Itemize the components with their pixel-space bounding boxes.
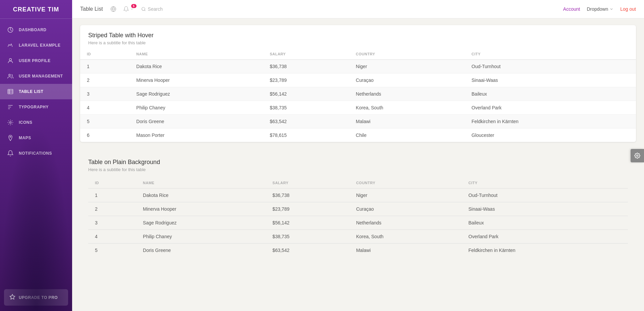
sidebar-item-notifications[interactable]: NOTIFICATIONS xyxy=(0,146,72,161)
cell-id: 4 xyxy=(80,101,129,115)
sidebar-item-label: USER MANAGEMENT xyxy=(19,74,63,79)
cell-id: 3 xyxy=(88,216,136,230)
table-row: 5 Doris Greene $63,542 Malawi Feldkirche… xyxy=(80,115,636,128)
cell-country: Netherlands xyxy=(350,216,462,230)
user-management-icon xyxy=(7,72,14,80)
sidebar-item-label: NOTIFICATIONS xyxy=(19,151,52,156)
svg-point-13 xyxy=(637,155,638,156)
svg-point-7 xyxy=(10,122,11,123)
col-name: NAME xyxy=(136,177,266,189)
settings-tab[interactable] xyxy=(631,149,644,162)
sidebar-item-label: TYPOGRAPHY xyxy=(19,105,49,109)
col-salary: SALARY xyxy=(266,177,349,189)
cell-id: 5 xyxy=(80,115,129,128)
svg-line-12 xyxy=(144,10,145,11)
cell-country: Curaçao xyxy=(349,73,465,87)
navbar: Table List 5 Account Dropdown Log out xyxy=(72,0,644,18)
cell-country: Curaçao xyxy=(350,202,462,216)
col-name: NAME xyxy=(129,49,263,60)
sidebar-item-label: LARAVEL EXAMPLE xyxy=(19,43,60,48)
table-row: 4 Philip Chaney $38,735 Korea, South Ove… xyxy=(88,230,628,244)
striped-table-card: Striped Table with Hover Here is a subti… xyxy=(80,25,636,142)
cell-name: Philip Chaney xyxy=(136,230,266,244)
sidebar-item-maps[interactable]: MAPS xyxy=(0,130,72,146)
col-id: ID xyxy=(88,177,136,189)
col-id: ID xyxy=(80,49,129,60)
cell-country: Netherlands xyxy=(349,87,465,101)
user-profile-icon xyxy=(7,57,14,64)
sidebar-item-icons[interactable]: ICONS xyxy=(0,115,72,130)
striped-table-header: Striped Table with Hover Here is a subti… xyxy=(80,25,636,49)
upgrade-icon xyxy=(9,294,15,301)
table-row: 1 Dakota Rice $36,738 Niger Oud-Turnhout xyxy=(80,60,636,73)
cell-country: Niger xyxy=(349,60,465,73)
col-salary: SALARY xyxy=(263,49,349,60)
sidebar: CREATIVE TIM DASHBOARD LARAVEL EXAMPLE U… xyxy=(0,0,72,311)
maps-icon xyxy=(7,134,14,142)
cell-city: Sinaai-Waas xyxy=(462,202,628,216)
sidebar-item-user-profile[interactable]: USER PROFILE xyxy=(0,53,72,68)
notification-badge: 5 xyxy=(131,4,137,8)
account-link[interactable]: Account xyxy=(563,6,580,12)
cell-salary: $23,789 xyxy=(263,73,349,87)
col-country: COUNTRY xyxy=(350,177,462,189)
cell-id: 6 xyxy=(80,128,129,142)
cell-name: Philip Chaney xyxy=(129,101,263,115)
cell-country: Niger xyxy=(350,189,462,202)
sidebar-item-typography[interactable]: TYPOGRAPHY xyxy=(0,99,72,115)
sidebar-item-user-management[interactable]: USER MANAGEMENT xyxy=(0,68,72,84)
cell-name: Doris Greene xyxy=(136,244,266,257)
cell-name: Minerva Hooper xyxy=(136,202,266,216)
col-country: COUNTRY xyxy=(349,49,465,60)
cell-salary: $56,142 xyxy=(263,87,349,101)
cell-id: 3 xyxy=(80,87,129,101)
dashboard-icon xyxy=(7,26,14,34)
plain-table-subtitle: Here is a subtitle for this table xyxy=(88,167,628,172)
search-box[interactable] xyxy=(141,6,188,12)
cell-id: 2 xyxy=(88,202,136,216)
cell-city: Baileux xyxy=(462,216,628,230)
table-row: 1 Dakota Rice $36,738 Niger Oud-Turnhout xyxy=(88,189,628,202)
chevron-down-icon xyxy=(609,7,613,11)
logout-button[interactable]: Log out xyxy=(620,6,636,12)
striped-table-subtitle: Here is a subtitle for this table xyxy=(88,40,628,45)
cell-country: Chile xyxy=(349,128,465,142)
globe-button[interactable] xyxy=(108,5,118,13)
cell-salary: $38,735 xyxy=(263,101,349,115)
search-input[interactable] xyxy=(148,6,188,12)
svg-point-1 xyxy=(9,58,12,61)
cell-name: Minerva Hooper xyxy=(129,73,263,87)
cell-city: Feldkirchen in Kärnten xyxy=(462,244,628,257)
cell-country: Malawi xyxy=(349,115,465,128)
striped-table-header-row: ID NAME SALARY COUNTRY CITY xyxy=(80,49,636,60)
sidebar-item-dashboard[interactable]: DASHBOARD xyxy=(0,22,72,38)
sidebar-nav: DASHBOARD LARAVEL EXAMPLE USER PROFILE U… xyxy=(0,19,72,286)
sidebar-item-label: DASHBOARD xyxy=(19,28,47,32)
sidebar-item-table-list[interactable]: TABLE LIST xyxy=(0,84,72,99)
notification-button[interactable]: 5 xyxy=(121,5,136,13)
navbar-icons: 5 xyxy=(108,5,136,13)
cell-id: 2 xyxy=(80,73,129,87)
cell-salary: $63,542 xyxy=(263,115,349,128)
cell-salary: $23,789 xyxy=(266,202,349,216)
svg-point-11 xyxy=(142,7,145,10)
upgrade-button[interactable]: UPGRADE TO PRO xyxy=(4,289,68,306)
table-list-icon xyxy=(7,88,14,95)
cell-id: 1 xyxy=(80,60,129,73)
icons-icon xyxy=(7,119,14,126)
svg-point-8 xyxy=(10,136,11,137)
cell-city: Feldkirchen in Kärnten xyxy=(465,115,636,128)
dropdown-button[interactable]: Dropdown xyxy=(587,6,613,12)
col-city: CITY xyxy=(465,49,636,60)
navbar-right: Account Dropdown Log out xyxy=(563,6,636,12)
sidebar-item-laravel[interactable]: LARAVEL EXAMPLE xyxy=(0,38,72,53)
cell-salary: $36,738 xyxy=(266,189,349,202)
plain-table-section: Table on Plain Background Here is a subt… xyxy=(80,152,636,267)
cell-city: Baileux xyxy=(465,87,636,101)
cell-name: Dakota Rice xyxy=(129,60,263,73)
cell-salary: $56,142 xyxy=(266,216,349,230)
table-row: 3 Sage Rodriguez $56,142 Netherlands Bai… xyxy=(88,216,628,230)
cell-id: 1 xyxy=(88,189,136,202)
cell-city: Sinaai-Waas xyxy=(465,73,636,87)
plain-table-header-row: ID NAME SALARY COUNTRY CITY xyxy=(88,177,628,189)
